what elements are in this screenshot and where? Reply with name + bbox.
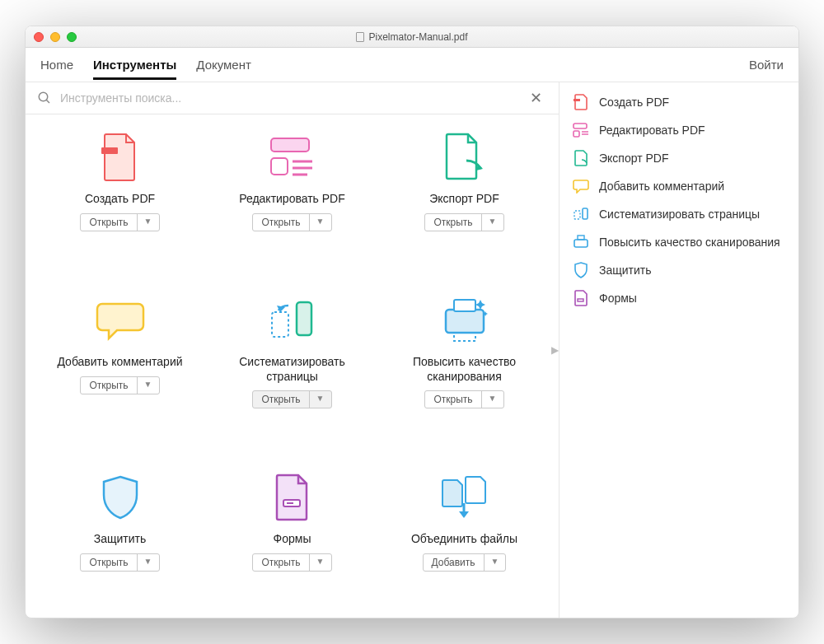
chevron-down-icon[interactable]: ▼ — [482, 391, 503, 408]
comment-icon — [573, 178, 589, 194]
enhance-scan-icon — [573, 234, 589, 250]
svg-rect-16 — [574, 124, 587, 128]
collapse-sidebar-handle[interactable]: ▶ — [551, 344, 559, 356]
svg-rect-15 — [574, 99, 580, 101]
card-label: Редактировать PDF — [239, 192, 345, 207]
organize-pages-icon — [573, 206, 589, 222]
sidebar-item-label: Редактировать PDF — [599, 124, 705, 137]
shield-icon — [94, 471, 147, 524]
organize-pages-icon — [266, 294, 319, 347]
create-pdf-icon — [573, 94, 589, 110]
svg-rect-9 — [272, 312, 288, 337]
open-split-button[interactable]: Открыть ▼ — [424, 390, 503, 408]
svg-rect-2 — [101, 147, 118, 154]
card-label: Повысить качество сканирования — [395, 355, 535, 384]
open-split-button[interactable]: Открыть ▼ — [252, 213, 331, 231]
sidebar-item-forms[interactable]: Формы — [573, 290, 785, 306]
app-window: Pixelmator-Manual.pdf Home Инструменты Д… — [25, 26, 799, 618]
titlebar: Pixelmator-Manual.pdf — [26, 26, 798, 48]
maximize-window-button[interactable] — [67, 32, 77, 42]
tab-tools[interactable]: Инструменты — [93, 49, 176, 80]
forms-icon — [266, 471, 319, 524]
sidebar-item-label: Повысить качество сканирования — [599, 236, 780, 249]
chevron-down-icon[interactable]: ▼ — [310, 214, 331, 231]
traffic-lights — [34, 32, 77, 42]
sidebar-item-label: Систематизировать страницы — [599, 208, 760, 221]
tab-home[interactable]: Home — [40, 49, 73, 80]
combine-files-icon — [438, 471, 491, 524]
clear-search-button[interactable]: ✕ — [525, 87, 547, 109]
minimize-window-button[interactable] — [50, 32, 60, 42]
card-export-pdf[interactable]: Экспорт PDF Открыть ▼ — [378, 131, 550, 269]
sidebar-item-label: Создать PDF — [599, 96, 669, 109]
card-edit-pdf[interactable]: Редактировать PDF Открыть ▼ — [206, 131, 378, 269]
export-pdf-icon — [438, 131, 491, 184]
open-split-button[interactable]: Открыть ▼ — [424, 213, 503, 231]
sidebar-item-create-pdf[interactable]: Создать PDF — [573, 94, 785, 110]
login-button[interactable]: Войти — [749, 49, 784, 80]
comment-icon — [94, 294, 147, 347]
svg-rect-4 — [271, 158, 288, 175]
sidebar-item-label: Защитить — [599, 264, 652, 277]
svg-rect-17 — [574, 131, 579, 137]
main-panel: ✕ Создать PDF Открыть ▼ — [26, 82, 559, 618]
enhance-scan-icon — [438, 294, 491, 347]
sidebar-item-organize-pages[interactable]: Систематизировать страницы — [573, 206, 785, 222]
edit-pdf-icon — [266, 131, 319, 184]
svg-rect-24 — [578, 299, 583, 301]
chevron-down-icon[interactable]: ▼ — [485, 554, 506, 571]
open-split-button[interactable]: Открыть ▼ — [80, 553, 159, 572]
card-label: Добавить комментарий — [57, 355, 182, 370]
card-protect[interactable]: Защитить Открыть ▼ — [34, 471, 206, 609]
card-create-pdf[interactable]: Создать PDF Открыть ▼ — [34, 131, 206, 269]
export-pdf-icon — [573, 150, 589, 166]
forms-icon — [573, 290, 589, 306]
tab-document[interactable]: Документ — [196, 49, 251, 80]
chevron-down-icon[interactable]: ▼ — [138, 554, 159, 571]
search-input[interactable] — [60, 91, 517, 105]
document-icon — [356, 32, 364, 42]
chevron-down-icon[interactable]: ▼ — [482, 214, 503, 231]
sidebar-item-export-pdf[interactable]: Экспорт PDF — [573, 150, 785, 166]
sidebar-item-add-comment[interactable]: Добавить комментарий — [573, 178, 785, 194]
svg-rect-8 — [297, 302, 311, 335]
svg-rect-3 — [271, 138, 309, 152]
sidebar: ▶ Создать PDF Редактировать PDF — [559, 82, 798, 618]
card-label: Систематизировать страницы — [222, 355, 363, 384]
open-split-button[interactable]: Открыть ▼ — [252, 553, 331, 572]
open-split-button[interactable]: Открыть ▼ — [80, 213, 159, 231]
svg-rect-10 — [446, 310, 484, 333]
chevron-down-icon[interactable]: ▼ — [310, 554, 331, 571]
search-icon — [37, 91, 52, 105]
shield-icon — [573, 262, 589, 278]
sidebar-item-edit-pdf[interactable]: Редактировать PDF — [573, 122, 785, 138]
close-window-button[interactable] — [34, 32, 44, 42]
sidebar-item-label: Формы — [599, 292, 637, 305]
tools-grid: Создать PDF Открыть ▼ Редактировать PDF … — [26, 114, 559, 618]
card-enhance-scan[interactable]: Повысить качество сканирования Открыть ▼ — [378, 294, 550, 446]
svg-rect-11 — [454, 300, 475, 311]
svg-rect-22 — [574, 240, 588, 247]
card-label: Экспорт PDF — [429, 192, 499, 207]
chevron-down-icon[interactable]: ▼ — [138, 214, 159, 231]
card-forms[interactable]: Формы Открыть ▼ — [206, 471, 378, 609]
svg-point-0 — [39, 92, 48, 101]
create-pdf-icon — [94, 131, 147, 184]
window-title: Pixelmator-Manual.pdf — [368, 31, 467, 43]
sidebar-item-protect[interactable]: Защитить — [573, 262, 785, 278]
open-split-button[interactable]: Открыть ▼ — [252, 390, 331, 408]
card-combine-files[interactable]: Объединить файлы Добавить ▼ — [378, 471, 550, 609]
card-add-comment[interactable]: Добавить комментарий Открыть ▼ — [34, 294, 206, 446]
card-label: Объединить файлы — [411, 532, 517, 547]
add-split-button[interactable]: Добавить ▼ — [423, 553, 507, 572]
sidebar-item-enhance-scan[interactable]: Повысить качество сканирования — [573, 234, 785, 250]
sidebar-item-label: Экспорт PDF — [599, 152, 669, 165]
svg-line-1 — [46, 100, 49, 103]
open-split-button[interactable]: Открыть ▼ — [80, 376, 159, 394]
sidebar-item-label: Добавить комментарий — [599, 180, 724, 193]
chevron-down-icon[interactable]: ▼ — [310, 391, 331, 408]
chevron-down-icon[interactable]: ▼ — [138, 377, 159, 394]
card-label: Защитить — [94, 532, 147, 547]
card-organize-pages[interactable]: Систематизировать страницы Открыть ▼ — [206, 294, 378, 446]
svg-rect-12 — [454, 333, 475, 341]
